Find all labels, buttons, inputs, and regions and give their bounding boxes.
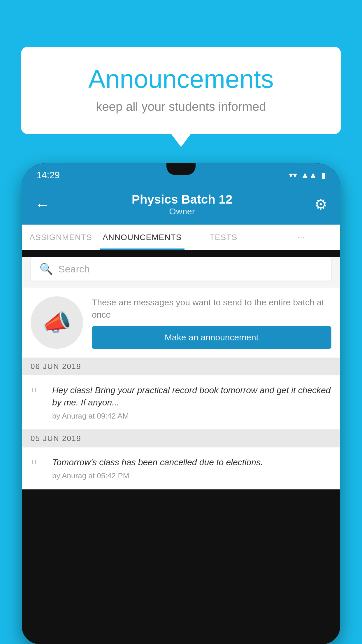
announcement-meta-2: by Anurag at 05:42 PM xyxy=(52,471,331,480)
announcement-text-2: Tomorrow's class has been cancelled due … xyxy=(52,456,331,468)
bubble-title: Announcements xyxy=(44,64,318,94)
battery-icon: ▮ xyxy=(321,170,326,180)
status-icons: ▾▾ ▲▲ ▮ xyxy=(289,170,326,180)
signal-icon: ▲▲ xyxy=(301,170,317,180)
settings-button[interactable]: ⚙ xyxy=(314,196,327,213)
announcement-content-1: Hey class! Bring your practical record b… xyxy=(52,384,331,421)
search-placeholder: Search xyxy=(58,263,90,275)
header-center: Physics Batch 12 Owner xyxy=(132,192,233,216)
tabs-bar: ASSIGNMENTS ANNOUNCEMENTS TESTS ··· xyxy=(22,225,340,250)
quote-icon-2: " xyxy=(31,457,45,474)
status-bar: 14:29 ▾▾ ▲▲ ▮ xyxy=(22,163,340,187)
bubble-subtitle: keep all your students informed xyxy=(44,100,318,114)
tab-announcements[interactable]: ANNOUNCEMENTS xyxy=(100,225,184,250)
announcement-item-2: " Tomorrow's class has been cancelled du… xyxy=(22,447,340,489)
header-subtitle: Owner xyxy=(132,206,233,216)
tab-more[interactable]: ··· xyxy=(262,225,340,250)
notch xyxy=(166,163,196,175)
back-button[interactable]: ← xyxy=(35,196,50,213)
announcement-meta-1: by Anurag at 09:42 AM xyxy=(52,412,331,421)
phone-frame: 14:29 ▾▾ ▲▲ ▮ ← Physics Batch 12 Owner ⚙… xyxy=(22,163,340,644)
make-announcement-button[interactable]: Make an announcement xyxy=(92,326,331,349)
header-title: Physics Batch 12 xyxy=(132,192,233,206)
promo-right: These are messages you want to send to t… xyxy=(92,296,331,349)
quote-icon-1: " xyxy=(31,385,45,402)
tab-tests[interactable]: TESTS xyxy=(184,225,262,250)
announcement-text-1: Hey class! Bring your practical record b… xyxy=(52,384,331,409)
status-time: 14:29 xyxy=(36,170,60,181)
announcement-item-1: " Hey class! Bring your practical record… xyxy=(22,375,340,430)
wifi-icon: ▾▾ xyxy=(289,170,297,180)
tab-assignments[interactable]: ASSIGNMENTS xyxy=(22,225,100,250)
speech-bubble: Announcements keep all your students inf… xyxy=(21,47,341,134)
content-area: 🔍 Search 📣 These are messages you want t… xyxy=(22,257,340,489)
promo-icon-circle: 📣 xyxy=(31,296,83,349)
promo-block: 📣 These are messages you want to send to… xyxy=(22,288,340,358)
speech-bubble-container: Announcements keep all your students inf… xyxy=(21,47,341,134)
app-header: ← Physics Batch 12 Owner ⚙ xyxy=(22,187,340,225)
promo-description: These are messages you want to send to t… xyxy=(92,296,331,321)
announcement-content-2: Tomorrow's class has been cancelled due … xyxy=(52,456,331,480)
search-icon: 🔍 xyxy=(39,262,53,275)
date-separator-1: 06 JUN 2019 xyxy=(22,358,340,375)
date-separator-2: 05 JUN 2019 xyxy=(22,430,340,447)
megaphone-icon: 📣 xyxy=(42,309,71,336)
search-bar[interactable]: 🔍 Search xyxy=(31,257,331,281)
